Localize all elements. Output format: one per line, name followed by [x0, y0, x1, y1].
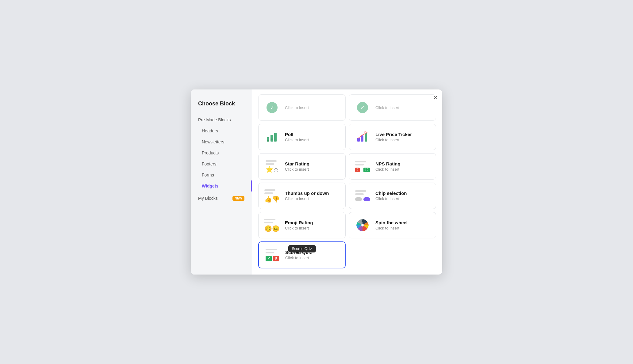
chip-icon	[355, 188, 370, 204]
svg-rect-7	[267, 140, 269, 142]
main-content: × ✓ Click to insert ✓	[252, 89, 442, 275]
emoji-subtitle: Click to insert	[285, 226, 313, 230]
thumbs-subtitle: Click to insert	[285, 196, 329, 201]
poll-icon	[264, 129, 280, 145]
live-price-subtitle: Click to insert	[375, 138, 412, 142]
nps-rating-title: NPS Rating	[375, 161, 401, 166]
emoji-icon: 😊😐	[264, 217, 280, 233]
partial-left-icon: ✓	[264, 100, 280, 116]
poll-subtitle: Click to insert	[285, 138, 309, 142]
block-card-spin[interactable]: Spin the wheel Click to insert	[349, 212, 436, 238]
star-rating-title: Star Rating	[285, 161, 309, 166]
partial-right-subtitle: Click to insert	[375, 105, 399, 110]
chip-title: Chip selection	[375, 191, 407, 196]
block-card-partial-right[interactable]: ✓ Click to insert	[349, 94, 436, 121]
chip-subtitle: Click to insert	[375, 196, 407, 201]
thumbs-icon: 👍👎	[264, 188, 280, 204]
svg-point-14	[361, 224, 364, 226]
block-card-poll[interactable]: Poll Click to insert	[258, 124, 346, 150]
block-card-scored-quiz[interactable]: ✓ ✗ Scored Quiz Click to insert	[258, 241, 346, 268]
sidebar-item-footers[interactable]: Footers	[191, 158, 252, 169]
svg-text:✓: ✓	[270, 104, 274, 111]
sidebar-myblocks-label: My Blocks	[198, 196, 218, 201]
spin-title: Spin the wheel	[375, 220, 408, 225]
svg-rect-6	[274, 133, 277, 142]
sidebar-item-widgets[interactable]: Widgets	[191, 180, 252, 191]
modal-title: Choose Block	[191, 100, 252, 114]
poll-title: Poll	[285, 132, 309, 137]
choose-block-modal: Choose Block Pre-Made Blocks Headers New…	[191, 89, 442, 275]
sidebar-item-newsletters[interactable]: Newsletters	[191, 136, 252, 147]
svg-text:↗: ↗	[363, 131, 366, 134]
svg-rect-5	[270, 135, 273, 142]
sidebar-item-forms[interactable]: Forms	[191, 169, 252, 180]
svg-text:✓: ✓	[360, 104, 365, 111]
svg-rect-10	[361, 135, 363, 142]
sidebar: Choose Block Pre-Made Blocks Headers New…	[191, 89, 252, 275]
quiz-title: Scored Quiz	[285, 250, 312, 255]
block-card-thumbs[interactable]: 👍👎 Thumbs up or down Click to insert	[258, 183, 346, 209]
partial-right-icon: ✓	[355, 100, 370, 116]
quiz-subtitle: Click to insert	[285, 256, 312, 260]
live-price-title: Live Price Ticker	[375, 132, 412, 137]
block-card-live-price[interactable]: ↗ Live Price Ticker Click to insert	[349, 124, 436, 150]
sidebar-section-premade[interactable]: Pre-Made Blocks	[191, 114, 252, 125]
block-card-star-rating[interactable]: ⭐☆ Star Rating Click to insert	[258, 153, 346, 180]
top-partial-row: ✓ Click to insert ✓ Click to insert	[258, 94, 436, 121]
blocks-grid: Poll Click to insert ↗ Live Price Ti	[258, 124, 436, 268]
live-price-icon: ↗	[355, 129, 370, 145]
block-card-chip[interactable]: Chip selection Click to insert	[349, 183, 436, 209]
block-card-partial-left[interactable]: ✓ Click to insert	[258, 94, 346, 121]
star-rating-subtitle: Click to insert	[285, 167, 309, 172]
sidebar-item-headers[interactable]: Headers	[191, 125, 252, 136]
thumbs-title: Thumbs up or down	[285, 191, 329, 196]
spin-subtitle: Click to insert	[375, 226, 408, 230]
quiz-icon: ✓ ✗	[264, 247, 280, 263]
partial-left-subtitle: Click to insert	[285, 105, 309, 110]
nps-rating-icon: 0 - 10	[355, 158, 370, 174]
emoji-title: Emoji Rating	[285, 220, 313, 225]
new-badge: NEW	[232, 196, 244, 201]
block-card-nps-rating[interactable]: 0 - 10 NPS Rating Click to insert	[349, 153, 436, 180]
sidebar-item-products[interactable]: Products	[191, 147, 252, 158]
close-button[interactable]: ×	[433, 94, 437, 101]
svg-rect-11	[365, 133, 367, 142]
block-card-emoji[interactable]: 😊😐 Emoji Rating Click to insert	[258, 212, 346, 238]
nps-rating-subtitle: Click to insert	[375, 167, 401, 172]
svg-rect-8	[270, 138, 273, 140]
star-rating-icon: ⭐☆	[264, 158, 280, 174]
sidebar-item-myblocks[interactable]: My Blocks NEW	[191, 193, 252, 204]
spin-icon	[355, 217, 370, 233]
